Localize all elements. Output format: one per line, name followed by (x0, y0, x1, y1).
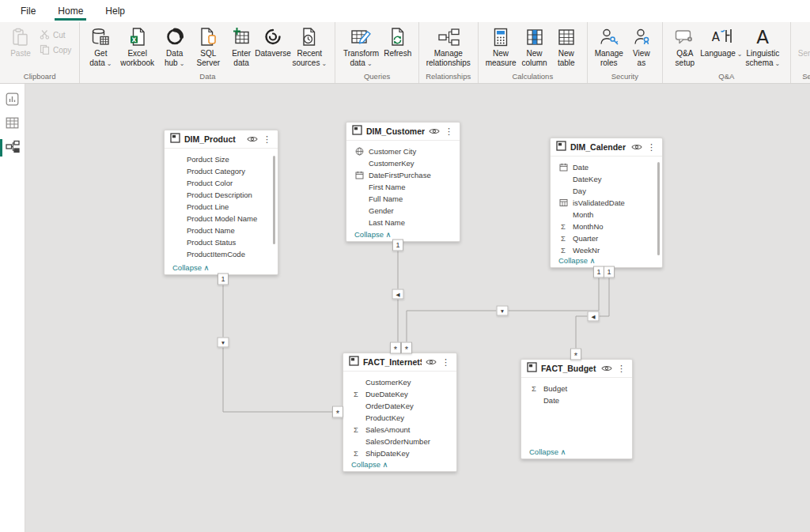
collapse-link[interactable]: Collapse ∧ (354, 230, 392, 239)
visibility-eye-icon[interactable] (247, 135, 258, 143)
field-row[interactable]: ΣSalesAmount (343, 424, 456, 436)
model-canvas[interactable]: DIM_Product⋮Porduct SizeProduct Category… (25, 84, 810, 532)
ribbon-button-copy[interactable]: Copy (36, 43, 74, 58)
field-row[interactable]: Product Color (165, 177, 278, 189)
field-row[interactable]: ΣMonthNo (551, 221, 662, 232)
ribbon-button-new-table[interactable]: New table (551, 25, 582, 68)
ribbon-button-sql-server[interactable]: SQL Server (191, 25, 226, 68)
ribbon-button-sensitivity[interactable]: Sensitivity⌄ (796, 25, 810, 60)
field-row[interactable]: Date (521, 394, 632, 406)
field-row[interactable]: ΣQuarter (551, 232, 662, 244)
field-row[interactable]: ΣShipDateKey (343, 447, 456, 459)
field-row[interactable]: ProductItemCode (165, 248, 278, 260)
field-row[interactable]: First Name (346, 181, 460, 193)
field-name: Gender (369, 206, 394, 215)
manage-relationships-icon (437, 25, 460, 49)
field-row[interactable]: Gender (346, 205, 460, 217)
field-row[interactable]: Product Category (165, 165, 278, 177)
field-row[interactable]: isValidatedDate (551, 197, 662, 209)
ribbon-button-view-as[interactable]: View as (626, 25, 657, 68)
field-row[interactable]: Product Status (165, 236, 278, 248)
table-card-fact-budget[interactable]: FACT_Budget⋮ΣBudgetDateCollapse ∧ (520, 359, 633, 459)
ribbon-group-q-a: Q&A setupALanguage⌄ALinguistic schema⌄Q&… (663, 22, 791, 83)
field-row[interactable]: ΣBudget (521, 383, 632, 394)
ribbon-button-manage-roles[interactable]: Manage roles (592, 25, 626, 68)
field-row[interactable]: Product Name (165, 224, 278, 236)
field-name: Full Name (369, 194, 403, 203)
ribbon-button-cut[interactable]: Cut (36, 28, 74, 43)
ribbon-button-excel-workbook[interactable]: XExcel workbook (116, 25, 157, 68)
field-name: Product Name (187, 226, 235, 235)
field-row[interactable]: ΣDueDateKey (343, 388, 456, 400)
sidebar-item-model-view[interactable] (0, 136, 25, 160)
field-row[interactable]: Product Model Name (165, 213, 278, 224)
more-options-icon[interactable]: ⋮ (441, 358, 451, 366)
visibility-eye-icon[interactable] (426, 358, 437, 366)
ribbon-button-enter-data[interactable]: Enter data (225, 25, 257, 68)
ribbon-button-new-measure[interactable]: New measure (483, 25, 519, 68)
dropdown-chevron-icon: ⌄ (367, 60, 373, 67)
ribbon-button-label: Data hub⌄ (161, 49, 189, 68)
table-card-dim-product[interactable]: DIM_Product⋮Porduct SizeProduct Category… (164, 130, 278, 275)
field-row[interactable]: OrderDateKey (343, 400, 456, 412)
menu-tab-help[interactable]: Help (94, 0, 136, 22)
field-row[interactable]: ΣWeekNr (551, 244, 662, 256)
more-options-icon[interactable]: ⋮ (616, 364, 626, 372)
field-row[interactable]: Last Name (346, 217, 460, 228)
field-row[interactable]: Full Name (346, 193, 460, 205)
table-card-dim-calender[interactable]: DIM_Calender⋮DateDateKeyDayisValidatedDa… (550, 138, 663, 268)
table-card-dim-customer[interactable]: DIM_Customer⋮Customer CityCustomerKeyDat… (346, 122, 460, 242)
field-row[interactable]: DateKey (551, 173, 662, 185)
ribbon-button-manage-relationships[interactable]: Manage relationships (424, 25, 473, 68)
get-data-icon (89, 25, 112, 49)
visibility-eye-icon[interactable] (429, 127, 440, 135)
sidebar-item-data-view[interactable] (0, 112, 25, 136)
ribbon-button-dataverse[interactable]: Dataverse (257, 25, 289, 59)
field-row[interactable]: ProductKey (343, 412, 456, 424)
more-options-icon[interactable]: ⋮ (444, 127, 454, 135)
collapse-link[interactable]: Collapse ∧ (351, 460, 388, 469)
menu-tab-home[interactable]: Home (47, 0, 94, 22)
ribbon-group-buttons: Manage relationships (421, 22, 476, 72)
ribbon-button-label: Manage relationships (426, 49, 471, 67)
relationship-line-dim-product-fact-internetsales[interactable] (223, 276, 341, 412)
field-name: Day (573, 187, 586, 195)
table-glyph-icon (170, 132, 180, 146)
collapse-link[interactable]: Collapse ∧ (558, 256, 596, 265)
field-row[interactable]: Customer City (346, 145, 460, 157)
field-row[interactable]: DateFirstPurchase (346, 169, 460, 181)
menu-tab-file[interactable]: File (9, 0, 47, 22)
field-row[interactable]: Product Description (165, 189, 278, 201)
field-row[interactable]: SalesOrderNumber (343, 436, 456, 447)
ribbon-button-transform-data[interactable]: Transform data⌄ (340, 25, 381, 69)
field-row[interactable]: CustomerKey (343, 376, 456, 388)
field-name: Budget (543, 384, 567, 393)
collapse-link[interactable]: Collapse ∧ (529, 447, 566, 456)
ribbon-button-q-a-setup[interactable]: Q&A setup (668, 25, 702, 68)
field-row[interactable]: Porduct Size (165, 153, 278, 165)
visibility-eye-icon[interactable] (631, 143, 642, 151)
ribbon-button-refresh[interactable]: Refresh (382, 25, 414, 59)
ribbon-button-new-column[interactable]: New column (518, 25, 550, 68)
ribbon-group-label: Data (81, 72, 333, 83)
table-scrollbar[interactable] (657, 162, 660, 255)
field-row[interactable]: Date (551, 161, 662, 173)
table-scrollbar[interactable] (273, 156, 275, 244)
ribbon-button-data-hub[interactable]: Data hub⌄ (158, 25, 191, 69)
ribbon-button-paste[interactable]: Paste (5, 25, 36, 59)
table-card-fact-internetsales[interactable]: FACT_InternetSales⋮CustomerKeyΣDueDateKe… (343, 353, 457, 472)
sidebar-item-report-view[interactable] (0, 89, 25, 112)
field-row[interactable]: CustomerKey (346, 157, 460, 169)
ribbon-button-recent-sources[interactable]: Recent sources⌄ (289, 25, 330, 69)
collapse-link[interactable]: Collapse ∧ (172, 263, 210, 272)
ribbon-button-get-data[interactable]: Get data⌄ (85, 25, 116, 69)
field-row[interactable]: Day (551, 185, 662, 197)
more-options-icon[interactable]: ⋮ (262, 135, 272, 143)
ribbon-button-label: Enter data (228, 49, 255, 67)
ribbon-button-language[interactable]: ALanguage⌄ (702, 25, 740, 60)
visibility-eye-icon[interactable] (601, 364, 612, 372)
more-options-icon[interactable]: ⋮ (646, 143, 657, 151)
ribbon-button-linguistic-schema[interactable]: ALinguistic schema⌄ (740, 25, 785, 69)
field-row[interactable]: Product Line (165, 201, 278, 213)
field-row[interactable]: Month (551, 209, 662, 221)
